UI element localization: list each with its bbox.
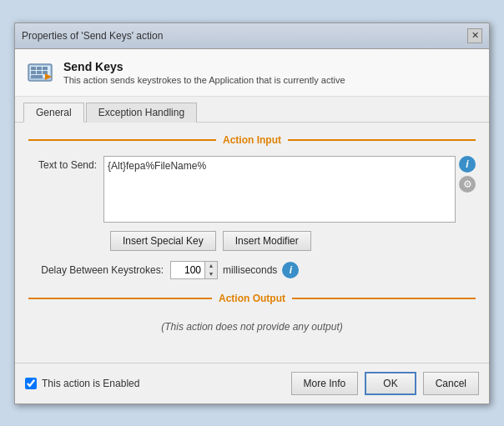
text-to-send-label: Text to Send: <box>28 156 103 171</box>
cancel-button[interactable]: Cancel <box>423 372 479 395</box>
enabled-row: This action is Enabled <box>25 378 139 389</box>
svg-rect-3 <box>37 67 42 70</box>
text-to-send-row: Text to Send: i ⚙ <box>28 156 476 223</box>
enabled-checkbox[interactable] <box>25 378 37 389</box>
action-input-title: Action Input <box>223 134 281 146</box>
gear-icon-button[interactable]: ⚙ <box>459 176 476 193</box>
spinner-up-button[interactable]: ▲ <box>205 262 217 270</box>
svg-rect-4 <box>43 67 48 70</box>
output-line-left <box>28 298 212 299</box>
insert-buttons-row: Insert Special Key Insert Modifier <box>28 231 476 251</box>
svg-rect-8 <box>31 75 43 78</box>
main-dialog: Properties of 'Send Keys' action ✕ Send … <box>14 23 490 404</box>
delay-label: Delay Between Keystrokes: <box>28 264 170 276</box>
enabled-label: This action is Enabled <box>42 378 139 389</box>
more-info-button[interactable]: More Info <box>291 372 359 395</box>
icon-buttons: i ⚙ <box>459 156 476 193</box>
action-output-title: Action Output <box>219 293 285 304</box>
section-line-left <box>28 139 216 141</box>
dialog-title: Properties of 'Send Keys' action <box>22 30 163 42</box>
dialog-footer: This action is Enabled More Info OK Canc… <box>15 363 489 403</box>
delay-input[interactable] <box>171 262 204 278</box>
section-line-right <box>288 139 476 141</box>
header-title: Send Keys <box>63 60 345 73</box>
close-button[interactable]: ✕ <box>467 28 482 43</box>
tabs-bar: General Exception Handling <box>15 97 489 123</box>
delay-spinner: ▲ ▼ <box>170 261 218 279</box>
svg-rect-5 <box>31 71 36 74</box>
spinner-down-button[interactable]: ▼ <box>205 270 217 278</box>
title-bar: Properties of 'Send Keys' action ✕ <box>15 23 489 49</box>
action-output-section-header: Action Output <box>28 293 476 304</box>
action-output-section: Action Output (This action does not prov… <box>28 293 476 339</box>
header-text: Send Keys This action sends keystrokes t… <box>63 60 345 85</box>
tab-content: Action Input Text to Send: i ⚙ Insert Sp… <box>15 123 489 363</box>
dialog-header: Send Keys This action sends keystrokes t… <box>15 49 489 97</box>
tab-exception-handling[interactable]: Exception Handling <box>86 103 197 123</box>
output-line-right <box>292 298 476 299</box>
send-keys-icon <box>25 58 55 88</box>
ms-label: milliseconds <box>223 264 277 276</box>
spinner-buttons: ▲ ▼ <box>204 262 217 278</box>
footer-buttons: More Info OK Cancel <box>291 372 479 395</box>
text-area-wrapper: i ⚙ <box>103 156 476 223</box>
output-note: (This action does not provide any output… <box>28 314 476 339</box>
tab-general[interactable]: General <box>23 103 84 123</box>
insert-special-key-button[interactable]: Insert Special Key <box>110 231 216 251</box>
delay-info-icon-button[interactable]: i <box>282 262 299 278</box>
ok-button[interactable]: OK <box>365 372 416 395</box>
action-input-section-header: Action Input <box>28 134 476 146</box>
header-description: This action sends keystrokes to the Appl… <box>63 75 345 85</box>
svg-rect-6 <box>37 71 42 74</box>
insert-modifier-button[interactable]: Insert Modifier <box>223 231 311 251</box>
text-to-send-input[interactable] <box>103 156 456 223</box>
info-icon-button[interactable]: i <box>459 156 476 173</box>
svg-rect-2 <box>31 67 36 70</box>
delay-row: Delay Between Keystrokes: ▲ ▼ millisecon… <box>28 261 476 279</box>
